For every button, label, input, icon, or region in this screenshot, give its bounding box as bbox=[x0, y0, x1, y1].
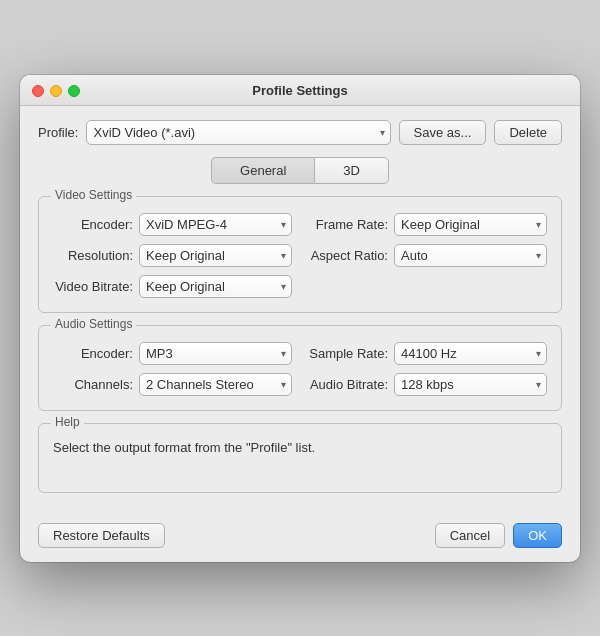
maximize-button[interactable] bbox=[68, 85, 80, 97]
channels-field-row: Channels: 2 Channels Stereo ▾ bbox=[53, 373, 292, 396]
audio-bitrate-select[interactable]: 128 kbps bbox=[394, 373, 547, 396]
sample-rate-select[interactable]: 44100 Hz bbox=[394, 342, 547, 365]
video-settings-title: Video Settings bbox=[51, 188, 136, 202]
channels-label: Channels: bbox=[53, 377, 133, 392]
traffic-lights bbox=[32, 85, 80, 97]
title-bar: Profile Settings bbox=[20, 75, 580, 106]
channels-select-wrapper: 2 Channels Stereo ▾ bbox=[139, 373, 292, 396]
close-button[interactable] bbox=[32, 85, 44, 97]
audio-encoder-select-wrapper: MP3 ▾ bbox=[139, 342, 292, 365]
help-section: Help Select the output format from the "… bbox=[38, 423, 562, 493]
sample-rate-field-row: Sample Rate: 44100 Hz ▾ bbox=[308, 342, 547, 365]
resolution-field-row: Resolution: Keep Original ▾ bbox=[53, 244, 292, 267]
delete-button[interactable]: Delete bbox=[494, 120, 562, 145]
audio-settings-section: Audio Settings Encoder: MP3 ▾ Sample Rat… bbox=[38, 325, 562, 411]
aspect-ratio-select[interactable]: Auto bbox=[394, 244, 547, 267]
aspect-ratio-label: Aspect Ratio: bbox=[308, 248, 388, 263]
encoder-select[interactable]: XviD MPEG-4 bbox=[139, 213, 292, 236]
aspect-ratio-field-row: Aspect Ratio: Auto ▾ bbox=[308, 244, 547, 267]
profile-label: Profile: bbox=[38, 125, 78, 140]
video-bitrate-field-row: Video Bitrate: Keep Original ▾ bbox=[53, 275, 292, 298]
bottom-bar: Restore Defaults Cancel OK bbox=[20, 523, 580, 562]
resolution-select[interactable]: Keep Original bbox=[139, 244, 292, 267]
help-title: Help bbox=[51, 415, 84, 429]
frame-rate-select-wrapper: Keep Original ▾ bbox=[394, 213, 547, 236]
audio-bitrate-label: Audio Bitrate: bbox=[308, 377, 388, 392]
audio-bitrate-field-row: Audio Bitrate: 128 kbps ▾ bbox=[308, 373, 547, 396]
help-text: Select the output format from the "Profi… bbox=[53, 440, 547, 455]
profile-select-wrapper: XviD Video (*.avi) ▾ bbox=[86, 120, 390, 145]
window-title: Profile Settings bbox=[252, 83, 347, 98]
audio-settings-title: Audio Settings bbox=[51, 317, 136, 331]
encoder-field-row: Encoder: XviD MPEG-4 ▾ bbox=[53, 213, 292, 236]
video-settings-grid: Encoder: XviD MPEG-4 ▾ Frame Rate: Keep … bbox=[53, 213, 547, 298]
restore-defaults-button[interactable]: Restore Defaults bbox=[38, 523, 165, 548]
cancel-button[interactable]: Cancel bbox=[435, 523, 505, 548]
frame-rate-select[interactable]: Keep Original bbox=[394, 213, 547, 236]
audio-encoder-select[interactable]: MP3 bbox=[139, 342, 292, 365]
audio-bitrate-select-wrapper: 128 kbps ▾ bbox=[394, 373, 547, 396]
sample-rate-select-wrapper: 44100 Hz ▾ bbox=[394, 342, 547, 365]
resolution-select-wrapper: Keep Original ▾ bbox=[139, 244, 292, 267]
audio-settings-grid: Encoder: MP3 ▾ Sample Rate: 44100 Hz bbox=[53, 342, 547, 396]
profile-row: Profile: XviD Video (*.avi) ▾ Save as...… bbox=[38, 120, 562, 145]
minimize-button[interactable] bbox=[50, 85, 62, 97]
encoder-select-wrapper: XviD MPEG-4 ▾ bbox=[139, 213, 292, 236]
bottom-right-buttons: Cancel OK bbox=[435, 523, 562, 548]
ok-button[interactable]: OK bbox=[513, 523, 562, 548]
video-bitrate-select[interactable]: Keep Original bbox=[139, 275, 292, 298]
encoder-label: Encoder: bbox=[53, 217, 133, 232]
audio-encoder-field-row: Encoder: MP3 ▾ bbox=[53, 342, 292, 365]
aspect-ratio-select-wrapper: Auto ▾ bbox=[394, 244, 547, 267]
audio-encoder-label: Encoder: bbox=[53, 346, 133, 361]
video-settings-section: Video Settings Encoder: XviD MPEG-4 ▾ Fr… bbox=[38, 196, 562, 313]
frame-rate-label: Frame Rate: bbox=[308, 217, 388, 232]
content-area: Profile: XviD Video (*.avi) ▾ Save as...… bbox=[20, 106, 580, 523]
frame-rate-field-row: Frame Rate: Keep Original ▾ bbox=[308, 213, 547, 236]
profile-select[interactable]: XviD Video (*.avi) bbox=[86, 120, 390, 145]
tab-3d[interactable]: 3D bbox=[314, 157, 389, 184]
tab-general[interactable]: General bbox=[211, 157, 314, 184]
tabs-row: General 3D bbox=[38, 157, 562, 184]
save-as-button[interactable]: Save as... bbox=[399, 120, 487, 145]
video-bitrate-label: Video Bitrate: bbox=[53, 279, 133, 294]
channels-select[interactable]: 2 Channels Stereo bbox=[139, 373, 292, 396]
resolution-label: Resolution: bbox=[53, 248, 133, 263]
profile-settings-window: Profile Settings Profile: XviD Video (*.… bbox=[20, 75, 580, 562]
sample-rate-label: Sample Rate: bbox=[308, 346, 388, 361]
video-bitrate-select-wrapper: Keep Original ▾ bbox=[139, 275, 292, 298]
